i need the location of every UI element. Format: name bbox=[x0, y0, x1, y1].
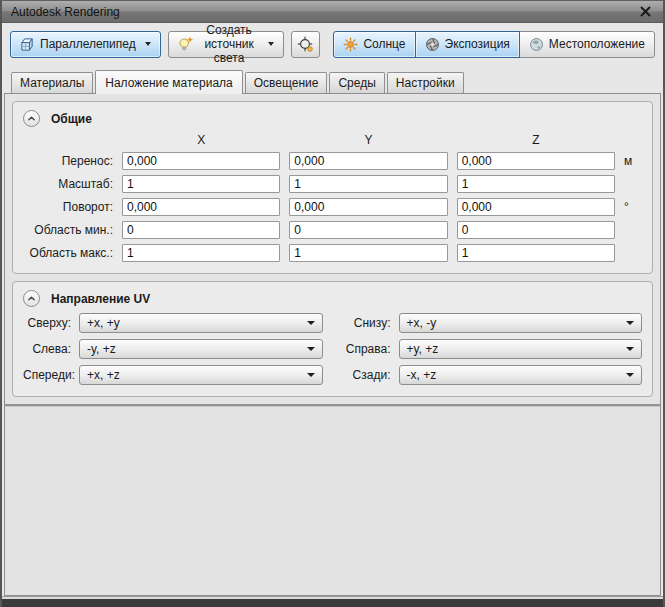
general-collapse-button[interactable] bbox=[23, 110, 40, 127]
uv-bottom-select[interactable]: +x, -y bbox=[399, 313, 643, 333]
tab-settings[interactable]: Настройки bbox=[387, 72, 464, 93]
area-min-z-input[interactable] bbox=[457, 221, 615, 239]
column-header-x: X bbox=[122, 133, 280, 147]
window-bottom-bar bbox=[2, 599, 663, 607]
transform-grid: X Y Z Перенос: м Масштаб: Поворот: ° bbox=[23, 133, 642, 262]
chevron-down-icon bbox=[626, 373, 634, 377]
scale-y-input[interactable] bbox=[289, 175, 447, 193]
uv-collapse-button[interactable] bbox=[23, 290, 40, 307]
uv-front-select[interactable]: +x, +z bbox=[79, 365, 323, 385]
chevron-down-icon bbox=[145, 42, 151, 46]
tab-lighting[interactable]: Освещение bbox=[245, 72, 328, 93]
area-max-y-input[interactable] bbox=[289, 244, 447, 262]
tab-environments[interactable]: Среды bbox=[329, 72, 384, 93]
chevron-down-icon bbox=[307, 347, 315, 351]
location-toggle-button[interactable]: Местоположение bbox=[519, 31, 655, 58]
tab-content-panel: Общие X Y Z Перенос: м Масштаб: Поворот: bbox=[4, 93, 661, 596]
uv-left-value: -y, +z bbox=[87, 342, 116, 356]
chevron-down-icon bbox=[307, 321, 315, 325]
scale-x-input[interactable] bbox=[122, 175, 280, 193]
translate-z-input[interactable] bbox=[457, 152, 615, 170]
aperture-icon bbox=[425, 37, 440, 52]
lightbulb-icon bbox=[178, 36, 194, 52]
uv-left-select[interactable]: -y, +z bbox=[79, 339, 323, 359]
parallelepiped-icon bbox=[20, 37, 35, 52]
scale-label: Масштаб: bbox=[23, 177, 113, 191]
area-min-y-input[interactable] bbox=[289, 221, 447, 239]
sun-icon bbox=[343, 37, 358, 52]
general-section-header: Общие bbox=[23, 110, 642, 127]
uv-top-select[interactable]: +x, +y bbox=[79, 313, 323, 333]
column-header-y: Y bbox=[289, 133, 447, 147]
create-light-button-label: Создать источник света bbox=[199, 23, 260, 65]
area-max-z-input[interactable] bbox=[457, 244, 615, 262]
rotate-unit: ° bbox=[624, 200, 642, 214]
area-max-label: Область макс.: bbox=[23, 246, 113, 260]
sun-button-label: Солнце bbox=[363, 37, 405, 51]
exposure-button-label: Экспозиция bbox=[445, 37, 510, 51]
rotate-label: Поворот: bbox=[23, 200, 113, 214]
uv-bottom-value: +x, -y bbox=[407, 316, 437, 330]
sun-toggle-button[interactable]: Солнце bbox=[333, 31, 415, 58]
chevron-down-icon bbox=[626, 321, 634, 325]
close-icon bbox=[640, 6, 651, 17]
general-section: Общие X Y Z Перенос: м Масштаб: Поворот: bbox=[12, 101, 653, 274]
tab-material-mapping[interactable]: Наложение материала bbox=[95, 70, 242, 94]
rotate-x-input[interactable] bbox=[122, 198, 280, 216]
translate-y-input[interactable] bbox=[289, 152, 447, 170]
tab-materials[interactable]: Материалы bbox=[11, 72, 93, 93]
chevron-down-icon bbox=[626, 347, 634, 351]
exposure-toggle-button[interactable]: Экспозиция bbox=[415, 31, 520, 58]
geometry-dropdown-button[interactable]: Параллелепипед bbox=[10, 31, 161, 58]
uv-back-value: -x, +z bbox=[407, 368, 437, 382]
environment-toggle-group: Солнце Экспозиция bbox=[333, 31, 655, 58]
uv-left-label: Слева: bbox=[23, 342, 71, 356]
uv-direction-section: Направление UV Сверху: +x, +y Снизу: +x,… bbox=[12, 281, 653, 397]
rotate-z-input[interactable] bbox=[457, 198, 615, 216]
scale-z-input[interactable] bbox=[457, 175, 615, 193]
translate-label: Перенос: bbox=[23, 154, 113, 168]
chevron-down-icon bbox=[307, 373, 315, 377]
uv-top-value: +x, +y bbox=[87, 316, 120, 330]
uv-right-label: Справа: bbox=[331, 342, 391, 356]
uv-right-select[interactable]: +y, +z bbox=[399, 339, 643, 359]
uv-front-label: Спереди: bbox=[23, 368, 71, 382]
uv-section-header: Направление UV bbox=[23, 290, 642, 307]
light-placement-crosshair-icon bbox=[297, 36, 314, 53]
uv-top-label: Сверху: bbox=[23, 316, 71, 330]
place-light-button[interactable] bbox=[291, 31, 320, 58]
tab-strip: Материалы Наложение материала Освещение … bbox=[2, 65, 663, 93]
title-bar: Autodesk Rendering bbox=[2, 1, 663, 23]
area-max-x-input[interactable] bbox=[122, 244, 280, 262]
rotate-y-input[interactable] bbox=[289, 198, 447, 216]
chevron-down-icon bbox=[268, 42, 274, 46]
area-min-x-input[interactable] bbox=[122, 221, 280, 239]
uv-back-select[interactable]: -x, +z bbox=[399, 365, 643, 385]
area-min-label: Область мин.: bbox=[23, 223, 113, 237]
close-button[interactable] bbox=[634, 3, 656, 21]
general-section-title: Общие bbox=[51, 112, 92, 126]
location-button-label: Местоположение bbox=[549, 37, 645, 51]
empty-detail-panel bbox=[5, 406, 660, 595]
uv-section-title: Направление UV bbox=[51, 292, 150, 306]
uv-grid: Сверху: +x, +y Снизу: +x, -y Слева: -y, … bbox=[23, 313, 642, 385]
chevron-up-icon bbox=[27, 114, 36, 123]
autodesk-rendering-window: Autodesk Rendering Параллелепипед bbox=[0, 0, 665, 607]
uv-back-label: Сзади: bbox=[331, 368, 391, 382]
globe-icon bbox=[529, 37, 544, 52]
column-header-z: Z bbox=[457, 133, 615, 147]
uv-front-value: +x, +z bbox=[87, 368, 120, 382]
translate-x-input[interactable] bbox=[122, 152, 280, 170]
translate-unit: м bbox=[624, 154, 642, 168]
chevron-up-icon bbox=[27, 294, 36, 303]
window-title: Autodesk Rendering bbox=[11, 5, 634, 19]
create-light-dropdown-button[interactable]: Создать источник света bbox=[168, 31, 285, 58]
toolbar: Параллелепипед Создать источник света bbox=[2, 23, 663, 65]
uv-right-value: +y, +z bbox=[407, 342, 439, 356]
geometry-button-label: Параллелепипед bbox=[40, 37, 136, 51]
uv-bottom-label: Снизу: bbox=[331, 316, 391, 330]
